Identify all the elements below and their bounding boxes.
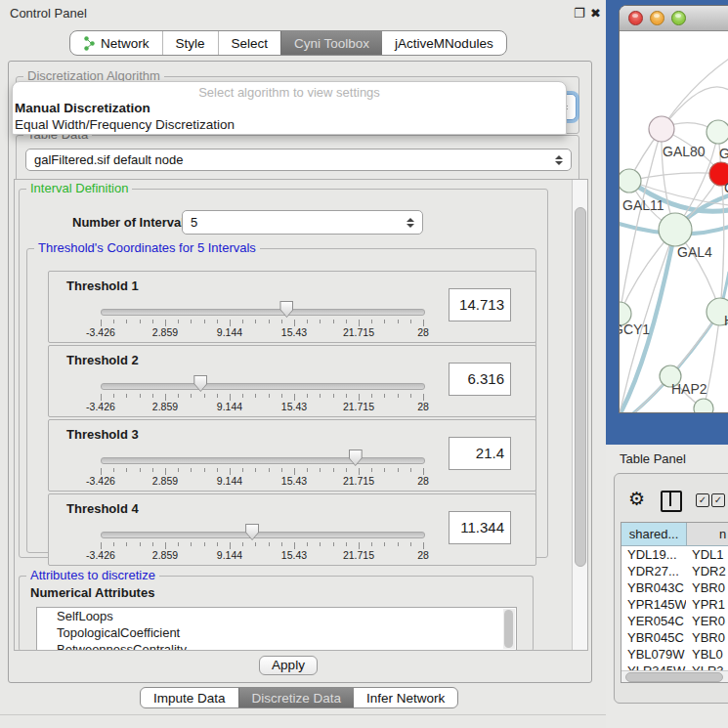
algorithm-option[interactable]: Equal Width/Frequency Discretization [13,116,566,133]
split-columns-icon[interactable] [661,491,682,512]
attribute-list-item[interactable]: TopologicalCoefficient [37,624,516,641]
tick-label: 15.43 [267,549,321,561]
vertical-scrollbar[interactable] [572,180,587,650]
panel-bottom-divider [0,714,606,715]
network-node[interactable] [620,169,641,193]
column-header-shared-name[interactable]: shared... [621,523,687,545]
table-row[interactable]: YBR043CYBR0 [621,579,728,596]
tick-label: 28 [396,401,450,412]
table-row[interactable]: YER054CYER0 [621,613,728,629]
tick-mark [359,468,360,475]
table-row[interactable]: YDR27...YDR2 [621,563,728,579]
threshold-label: Threshold 1 [66,278,139,293]
list-scrollbar[interactable] [503,609,515,649]
threshold-slider-track[interactable] [101,309,425,316]
dropdown-hint: Select algorithm to view settings [13,82,566,100]
network-edge[interactable] [629,173,721,181]
tick-mark [217,320,218,323]
threshold-slider-track[interactable] [101,383,425,390]
tick-label: 15.43 [267,475,321,487]
tick-label: 28 [396,326,450,338]
thresholds-group-title: Threshold's Coordinates for 5 Intervals [34,241,260,255]
node-table-container: ⚙ ✓ ✓ shared... n YDL19...YDL1YDR27...YD… [614,473,728,704]
tick-label: 21.715 [331,401,386,412]
tab-cyni-toolbox[interactable]: Cyni Toolbox [280,31,382,55]
table-row[interactable]: YDL19...YDL1 [621,546,728,563]
network-node[interactable] [649,116,674,142]
tick-mark [320,468,321,472]
network-edge[interactable] [662,59,728,129]
tick-mark [423,320,424,326]
minimize-traffic-light[interactable] [650,11,664,25]
close-icon[interactable]: ✖ [590,6,601,21]
cell-name: YBR0 [686,579,728,596]
horizontal-scrollbar-thumb[interactable] [625,672,723,682]
column-header-name[interactable]: n [687,523,728,545]
horizontal-scrollbar[interactable] [621,670,728,682]
network-window: GAL80GACGAL11GAL4GCY1HHAP2 [619,5,728,413]
network-node[interactable] [707,120,728,144]
tick-mark [140,394,141,398]
threshold-label: Threshold 2 [66,353,139,367]
threshold-slider-track[interactable] [101,532,425,538]
tick-label: -3.426 [73,549,128,561]
tick-label: -3.426 [73,475,128,487]
tab-impute-data[interactable]: Impute Data [141,688,238,707]
tab-infer-network[interactable]: Infer Network [354,688,457,707]
network-node[interactable] [659,213,692,246]
number-of-intervals-combobox[interactable]: 5 [182,210,423,235]
tab-label: Style [176,36,205,51]
tick-mark [384,394,385,398]
tab-discretize-data[interactable]: Discretize Data [238,688,355,707]
algorithm-option[interactable]: Manual Discretization [13,100,566,116]
settings-scroll-viewport: Interval Definition Number of Intervals … [14,179,588,651]
attribute-list-item[interactable]: SelfLoops [37,608,516,624]
threshold-panel: Threshold 1-3.4262.8599.14415.4321.71528… [48,271,536,343]
cell-name: YDR2 [686,563,728,579]
threshold-value-field[interactable]: 6.316 [449,363,511,396]
apply-button[interactable]: Apply [259,656,318,675]
network-canvas[interactable]: GAL80GACGAL11GAL4GCY1HHAP2 [620,31,728,412]
node-table[interactable]: shared... n YDL19...YDL1YDR27...YDR2YBR0… [621,522,728,683]
network-node[interactable] [694,399,713,412]
table-row[interactable]: YBR045CYBR0 [621,629,728,646]
tick-mark [178,468,179,472]
tick-label: -3.426 [73,326,128,338]
zoom-traffic-light[interactable] [671,11,686,25]
checkbox-icon[interactable]: ✓ [711,493,725,507]
gear-icon[interactable]: ⚙ [628,488,645,510]
attribute-list-item[interactable]: BetweennessCentrality [37,641,516,651]
table-row[interactable]: YPR145WYPR1 [621,596,728,613]
threshold-value-field[interactable]: 14.713 [449,288,511,321]
combo-arrows-icon [407,218,414,228]
float-window-icon[interactable]: ❐ [574,6,585,21]
tick-mark [140,542,141,546]
tick-mark [269,394,270,398]
tab-network[interactable]: Network [70,31,162,55]
table-data-combobox[interactable]: galFiltered.sif default node [25,149,572,171]
tick-mark [269,468,270,472]
tick-mark [410,542,411,546]
threshold-value-field[interactable]: 21.4 [449,437,511,470]
checkbox-icon[interactable]: ✓ [696,493,709,507]
tab-select[interactable]: Select [218,31,281,55]
tab-style[interactable]: Style [162,31,218,55]
tick-label: 2.859 [138,401,193,412]
node-label: GAL4 [677,244,712,260]
tick-mark [230,542,231,549]
table-row[interactable]: YBL079WYBL0 [621,646,728,663]
list-scrollbar-thumb[interactable] [504,610,513,648]
table-data-value: galFiltered.sif default node [34,152,551,167]
tick-mark [191,394,192,398]
tick-mark [242,542,243,546]
tick-mark [320,542,321,546]
scrollbar-thumb[interactable] [575,207,586,567]
tab-jactivemnodules[interactable]: jActiveMNodules [382,31,506,55]
tick-mark [359,542,360,549]
threshold-slider-track[interactable] [101,457,425,464]
close-traffic-light[interactable] [628,11,643,25]
tick-mark [204,468,205,472]
tick-mark [371,394,372,398]
threshold-value-field[interactable]: 11.344 [449,511,511,544]
numerical-attributes-list[interactable]: SelfLoopsTopologicalCoefficientBetweenne… [36,607,517,651]
